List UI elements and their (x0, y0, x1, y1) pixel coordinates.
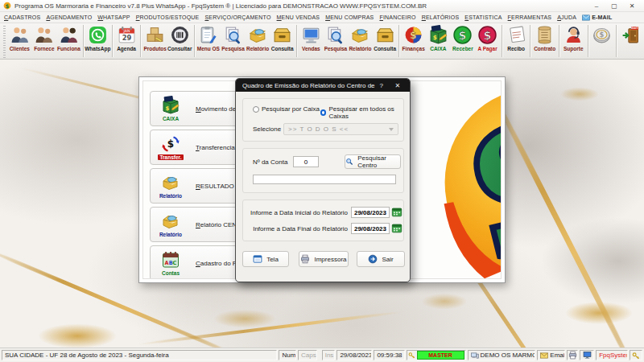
support-headset-icon (563, 24, 584, 46)
status-location: SUA CIDADE - UF 28 de Agosto de 2023 - S… (2, 350, 277, 360)
conta-groupbox: Nº da Conta Pesquisar Centro (242, 148, 404, 193)
menu-ajuda[interactable]: AJUDA (557, 14, 576, 20)
menu-email[interactable]: E-MAIL (582, 14, 612, 21)
sair-button[interactable]: Sair (357, 251, 405, 267)
svg-text:29: 29 (122, 34, 131, 42)
centro-de-custo-dialog: Quadro de Emissão do Relatório do Centro… (235, 78, 411, 282)
toolbar-funcionario[interactable]: Funciona (56, 24, 81, 58)
exit-door-icon: EXIT (621, 24, 642, 46)
key-icon (408, 352, 415, 359)
toolbar-separator (83, 25, 84, 57)
toolbar-separator (588, 25, 588, 57)
toolbar-financas[interactable]: $ Finanças (401, 24, 426, 58)
menu-bar: CADASTROS AGENDAMENTO WHATSAPP PRODUTOS/… (0, 12, 644, 23)
conta-input[interactable] (293, 156, 319, 167)
maximize-button[interactable]: ▢ (605, 1, 623, 11)
clipboard-icon (198, 24, 219, 46)
svg-text:$: $ (459, 29, 466, 42)
pesquisar-centro-button[interactable]: Pesquisar Centro (345, 154, 401, 169)
toolbar-separator (559, 25, 559, 57)
menu-servico-orcamento[interactable]: SERVIÇO/ORÇAMENTO (204, 14, 270, 20)
menu-ferramentas[interactable]: FERRAMENTAS (508, 14, 552, 20)
toolbar-exit[interactable]: EXIT (618, 24, 643, 58)
toolbar-suporte[interactable]: Suporte (561, 24, 586, 58)
calendar-picker-icon[interactable] (391, 207, 402, 217)
svg-text:$: $ (600, 31, 605, 39)
menu-cadastros[interactable]: CADASTROS (4, 14, 40, 20)
menu-relatorios[interactable]: RELATÓRIOS (422, 14, 460, 20)
impressora-button[interactable]: Impressora (299, 251, 349, 267)
status-brand: FpqSystem (596, 350, 628, 360)
status-numlock: Num (279, 350, 296, 360)
toolbar-receber[interactable]: $ Receber (451, 24, 476, 58)
dialog-title-bar[interactable]: Quadro de Emissão do Relatório do Centro… (236, 79, 410, 92)
data-inicial-input[interactable] (351, 207, 390, 218)
printer-icon (300, 254, 310, 264)
toolbar-pesquisa-vendas[interactable]: Pesquisa (324, 24, 349, 58)
toolbar-vendas[interactable]: Vendas (299, 24, 324, 58)
toolbar-pesquisa-os[interactable]: Pesquisa (221, 24, 246, 58)
whatsapp-icon (87, 24, 108, 46)
toolbar-separator (194, 25, 195, 57)
menu-agendamento[interactable]: AGENDAMENTO (46, 14, 92, 20)
status-monitor[interactable] (580, 350, 594, 360)
toolbar-coin[interactable]: $ (590, 24, 615, 58)
status-bar: SUA CIDADE - UF 28 de Agosto de 2023 - S… (0, 348, 644, 362)
close-button[interactable]: ✕ (623, 1, 641, 11)
toolbar-contrato[interactable]: Contrato (532, 24, 557, 58)
toolbar-menu-os[interactable]: Menu OS (196, 24, 221, 58)
contract-scroll-icon (535, 24, 555, 46)
toolbar-relatorio-os[interactable]: Relatório (246, 24, 270, 58)
menu-menu-vendas[interactable]: MENU VENDAS (277, 14, 320, 20)
toolbar-relatorio-vendas[interactable]: Relatório (348, 24, 373, 58)
chevron-down-icon (389, 128, 394, 131)
calendar-picker-icon[interactable] (391, 223, 402, 233)
clients-icon (9, 24, 30, 46)
drawer-icon (374, 24, 395, 46)
menu-menu-compras[interactable]: MENU COMPRAS (325, 14, 374, 20)
minimize-button[interactable]: – (588, 1, 605, 11)
toolbar-clientes[interactable]: Clientes (7, 24, 32, 58)
status-printer[interactable] (567, 350, 579, 360)
dialog-help-button[interactable]: ? (376, 82, 387, 89)
receipt-icon (506, 24, 526, 46)
report-printer-icon (350, 24, 371, 46)
title-bar: $ Programa OS Marmoraria e Financeiro v7… (0, 0, 644, 12)
status-email[interactable]: Email (537, 350, 564, 360)
calendar-icon: JAN29 (116, 24, 137, 46)
search-mode-groupbox: Pesquisar por Caixa Pesquisar em todos o… (242, 98, 404, 142)
status-user: MASTER (407, 350, 466, 360)
radio-pesquisar-por-caixa[interactable]: Pesquisar por Caixa (253, 105, 320, 113)
centro-resultado-field[interactable] (253, 175, 396, 184)
toolbar-produtos[interactable]: Produtos (142, 24, 167, 58)
pay-money-icon: $ (477, 24, 498, 46)
menu-produtos-estoque[interactable]: PRODUTOS/ESTOQUE (136, 14, 200, 20)
toolbar-fornecedor[interactable]: Fornece (32, 24, 57, 58)
dialog-body: Pesquisar por Caixa Pesquisar em todos o… (236, 92, 410, 282)
monitor-icon (583, 351, 592, 360)
svg-text:$: $ (411, 30, 417, 41)
data-final-input[interactable] (351, 223, 390, 234)
tela-button[interactable]: Tela (242, 251, 289, 267)
toolbar-consultar[interactable]: Consultar (167, 24, 192, 58)
radio-pesquisar-todos-caixas[interactable]: Pesquisar em todos os Caixas (320, 105, 403, 120)
status-system-name: DEMO OS MARMO 7.8 (468, 350, 536, 360)
toolbar-recibo[interactable]: Recibo (504, 24, 529, 58)
app-icon: $ (3, 2, 11, 10)
menu-estatistica[interactable]: ESTATISTICA (464, 14, 502, 20)
menu-financeiro[interactable]: FINANCEIRO (379, 14, 415, 20)
toolbar-separator (502, 25, 502, 57)
toolbar-whatsapp[interactable]: WhatsApp (85, 24, 110, 58)
receive-money-icon: $ (452, 24, 473, 46)
coin-icon: $ (592, 24, 613, 46)
toolbar-consulta-vendas[interactable]: Consulta (373, 24, 398, 58)
window-title: Programa OS Marmoraria e Financeiro v7.8… (14, 2, 427, 10)
toolbar-agenda[interactable]: JAN29 Agenda (114, 24, 139, 58)
dialog-close-button[interactable]: ✕ (392, 82, 403, 89)
toolbar-caixa[interactable]: $ CAIXA (426, 24, 451, 58)
toolbar-a-pagar[interactable]: $ A Pagar (475, 24, 500, 58)
data-final-label: Informe a Data Final do Relatório (246, 225, 348, 232)
toolbar-consulta-os[interactable]: Consulta (270, 24, 295, 58)
menu-whatsapp[interactable]: WHATSAPP (97, 14, 130, 20)
caixa-select[interactable]: >> T O D O S << (283, 123, 398, 135)
